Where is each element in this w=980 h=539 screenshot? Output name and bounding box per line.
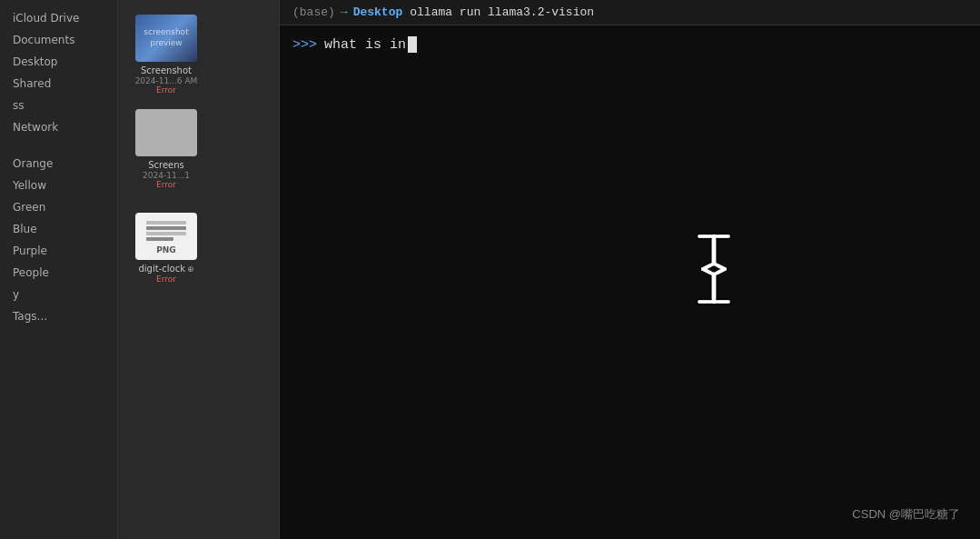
terminal-titlebar: (base) → Desktop ollama run llama3.2-vis…: [280, 0, 980, 25]
sidebar-item-documents[interactable]: Documents: [0, 29, 117, 51]
list-item[interactable]: PNG digit-clock ⊕ Error: [131, 209, 202, 287]
list-item[interactable]: screenshot preview Screenshot 2024-11...…: [131, 11, 202, 98]
file-name: Screenshot: [141, 65, 192, 76]
file-name: digit-clock ⊕: [138, 264, 193, 274]
terminal-body[interactable]: >>> what is in: [280, 25, 980, 539]
terminal-input-text: what is in: [324, 37, 406, 53]
file-manager-panel: screenshot preview Screenshot 2024-11...…: [118, 0, 280, 539]
sidebar-item-blue[interactable]: Blue: [0, 218, 117, 240]
file-grid: screenshot preview Screenshot 2024-11...…: [127, 7, 279, 291]
sidebar-item-purple[interactable]: Purple: [0, 240, 117, 262]
current-directory: Desktop: [353, 5, 403, 19]
sidebar-item-icloud[interactable]: iCloud Drive: [0, 7, 117, 29]
terminal-panel[interactable]: (base) → Desktop ollama run llama3.2-vis…: [280, 0, 980, 539]
file-meta: 2024-11...6 AM: [135, 76, 198, 85]
file-meta: 2024-11...1: [143, 171, 190, 180]
file-error: Error: [156, 274, 176, 284]
file-error: Error: [156, 85, 176, 95]
sidebar-item-blank: [0, 138, 117, 153]
sidebar-item-tags[interactable]: Tags...: [0, 305, 117, 327]
sidebar-item-desktop[interactable]: Desktop: [0, 51, 117, 73]
arrow-icon: →: [341, 5, 348, 19]
sidebar-item-green[interactable]: Green: [0, 196, 117, 218]
conda-env-label: (base): [292, 5, 335, 19]
png-label: PNG: [156, 245, 176, 255]
sidebar-item-people[interactable]: People: [0, 262, 117, 284]
file-thumbnail: [135, 109, 197, 156]
sidebar-item-ss[interactable]: ss: [0, 95, 117, 116]
sidebar-item-yellow[interactable]: Yellow: [0, 175, 117, 196]
terminal-command: ollama run llama3.2-vision: [410, 5, 594, 19]
sidebar-item-network[interactable]: Network: [0, 116, 117, 138]
terminal-prompt: >>>: [292, 37, 317, 53]
file-error: Error: [156, 180, 176, 189]
file-thumbnail: screenshot preview: [135, 15, 197, 62]
png-preview: [146, 219, 186, 243]
sidebar-item-shared[interactable]: Shared: [0, 73, 117, 95]
terminal-prompt-line: >>> what is in: [292, 36, 967, 53]
sidebar-item-y[interactable]: y: [0, 284, 117, 305]
file-thumbnail: PNG: [135, 213, 197, 260]
sidebar: iCloud Drive Documents Desktop Shared ss…: [0, 0, 118, 539]
sidebar-item-orange[interactable]: Orange: [0, 153, 117, 175]
list-item[interactable]: Screens 2024-11...1 Error: [131, 105, 202, 193]
file-name: Screens: [148, 160, 184, 171]
watermark: CSDN @嘴巴吃糖了: [852, 506, 960, 523]
terminal-cursor: [408, 36, 417, 53]
